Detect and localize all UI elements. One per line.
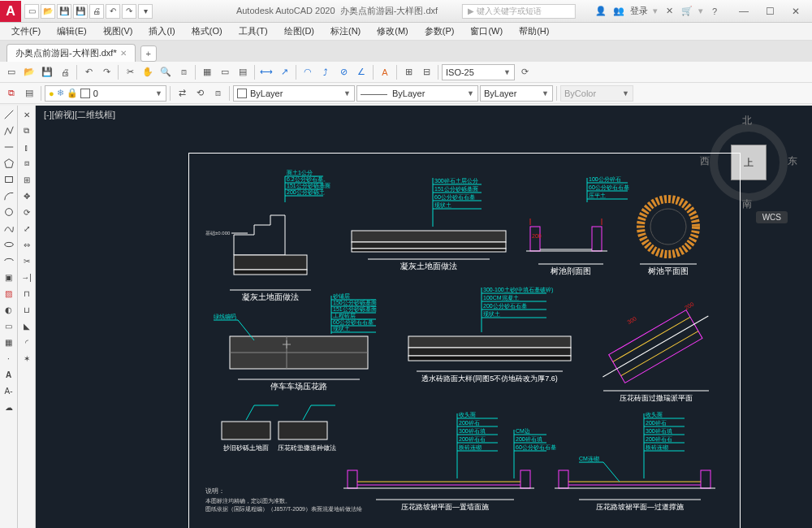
join-icon[interactable]: ⊔ <box>19 302 34 317</box>
ellipse-icon[interactable] <box>2 237 16 252</box>
close-button[interactable]: ✕ <box>784 6 807 17</box>
new-tab-button[interactable]: + <box>140 45 157 62</box>
dim-angle-icon[interactable]: ∠ <box>353 64 369 80</box>
gradient-icon[interactable]: ◐ <box>2 302 16 317</box>
extend-icon[interactable]: →| <box>19 270 34 284</box>
trim-icon[interactable]: ✂ <box>19 253 34 268</box>
menu-tools[interactable]: 工具(T) <box>231 24 276 39</box>
save-file-icon[interactable]: 💾 <box>39 64 55 80</box>
redo-btn-icon[interactable]: ↷ <box>98 64 114 80</box>
array-icon[interactable]: ⊞ <box>19 172 34 187</box>
layer-match-icon[interactable]: ⇄ <box>174 85 190 102</box>
insert-icon[interactable]: ▣ <box>2 270 16 284</box>
menu-dimension[interactable]: 标注(N) <box>322 24 369 39</box>
mtext-icon[interactable]: A- <box>2 383 16 398</box>
polyline-icon[interactable] <box>2 123 16 138</box>
new-file-icon[interactable]: ▭ <box>3 64 19 80</box>
layer-combo[interactable]: ● ❄ 🔒 0 ▼ <box>45 85 166 102</box>
user2-icon[interactable]: 👥 <box>612 5 625 18</box>
minimize-button[interactable]: — <box>732 6 755 17</box>
lineweight-combo[interactable]: ByLayer ▼ <box>480 85 553 102</box>
dim-update-icon[interactable]: ⟳ <box>516 64 533 80</box>
menu-draw[interactable]: 绘图(D) <box>276 24 322 39</box>
sheet-icon[interactable]: ▭ <box>217 64 233 80</box>
new-icon[interactable]: ▭ <box>24 4 39 19</box>
dim-baseline-icon[interactable]: ⊟ <box>418 64 434 80</box>
menu-file[interactable]: 文件(F) <box>3 24 49 39</box>
app-logo[interactable]: A <box>0 1 21 22</box>
fillet-icon[interactable]: ◜ <box>19 335 34 349</box>
menu-param[interactable]: 参数(P) <box>417 24 463 39</box>
text-icon[interactable]: A <box>2 367 16 382</box>
cart-icon[interactable]: 🛒 <box>680 5 693 18</box>
save-icon[interactable]: 💾 <box>57 4 71 19</box>
linetype-combo[interactable]: ——— ByLayer ▼ <box>356 85 478 102</box>
wcs-badge[interactable]: WCS <box>756 211 788 223</box>
exchange-icon[interactable]: ✕ <box>663 5 676 18</box>
layer-states-icon[interactable]: ▤ <box>21 85 37 102</box>
compass-east[interactable]: 东 <box>788 154 797 168</box>
layer-iso-icon[interactable]: ⧈ <box>209 85 226 102</box>
file-tab[interactable]: 办奥点前游园-大样图.dxf* ✕ <box>6 44 136 62</box>
plot-icon[interactable]: 🖨 <box>57 64 73 80</box>
undo-icon[interactable]: ↶ <box>106 4 120 19</box>
menu-format[interactable]: 格式(O) <box>184 24 231 39</box>
dim-aligned-icon[interactable]: ↗ <box>276 64 292 80</box>
calc-icon[interactable]: ▤ <box>235 64 251 80</box>
ellipse-arc-icon[interactable] <box>2 253 16 268</box>
chamfer-icon[interactable]: ◣ <box>19 318 34 333</box>
point-icon[interactable]: · <box>2 351 16 366</box>
help-icon[interactable]: ? <box>708 5 721 18</box>
table-icon[interactable]: ▦ <box>2 335 16 349</box>
dim-leader-icon[interactable]: A <box>377 64 393 80</box>
zoom-icon[interactable]: 🔍 <box>158 64 174 80</box>
explode-icon[interactable]: ✶ <box>19 351 34 366</box>
dim-diameter-icon[interactable]: ⊘ <box>335 64 352 80</box>
menu-insert[interactable]: 插入(I) <box>140 24 183 39</box>
user-icon[interactable]: 👤 <box>594 5 607 18</box>
compass-south[interactable]: 南 <box>742 197 752 211</box>
hatch-icon[interactable]: ▨ <box>2 286 16 301</box>
saveas-icon[interactable]: 💾 <box>73 4 88 19</box>
color-combo[interactable]: ByLayer ▼ <box>233 85 355 102</box>
layer-prev-icon[interactable]: ⟲ <box>192 85 208 102</box>
rotate-icon[interactable]: ⟳ <box>19 205 34 219</box>
ray-icon[interactable] <box>2 140 16 154</box>
move-icon[interactable]: ✥ <box>19 188 34 203</box>
dim-arc-icon[interactable]: ◠ <box>300 64 316 80</box>
login-link[interactable]: 登录 <box>630 5 648 17</box>
revision-cloud-icon[interactable]: ☁ <box>2 400 16 414</box>
plotstyle-combo[interactable]: ByColor ▼ <box>560 85 633 102</box>
layer-manager-icon[interactable]: ⧉ <box>3 85 19 102</box>
tab-close-icon[interactable]: ✕ <box>120 49 127 58</box>
maximize-button[interactable]: ☐ <box>758 6 781 17</box>
properties-icon[interactable]: ▦ <box>199 64 215 80</box>
menu-edit[interactable]: 编辑(E) <box>49 24 95 39</box>
print-icon[interactable]: 🖨 <box>89 4 104 19</box>
polygon-icon[interactable] <box>2 156 16 171</box>
dim-continue-icon[interactable]: ⊞ <box>400 64 417 80</box>
copy-icon[interactable]: ⧉ <box>19 123 34 138</box>
cut-icon[interactable]: ✂ <box>122 64 138 80</box>
region-icon[interactable]: ▭ <box>2 318 16 333</box>
menu-help[interactable]: 帮助(H) <box>511 24 557 39</box>
menu-view[interactable]: 视图(V) <box>95 24 141 39</box>
break-icon[interactable]: ⊓ <box>19 286 34 301</box>
offset-icon[interactable]: ⧈ <box>19 156 34 171</box>
erase-icon[interactable]: ✕ <box>19 107 34 122</box>
drawing-canvas[interactable]: [-][俯视][二维线框] 上 北 南 西 东 WCS 基础±0.000 <box>36 106 812 528</box>
compass-north[interactable]: 北 <box>742 114 752 128</box>
circle-icon[interactable] <box>2 205 16 219</box>
mirror-icon[interactable]: ⫿ <box>19 140 34 154</box>
viewport-label[interactable]: [-][俯视][二维线框] <box>44 109 115 121</box>
dim-linear-icon[interactable]: ⟷ <box>258 64 274 80</box>
menu-modify[interactable]: 修改(M) <box>369 24 417 39</box>
undo-btn-icon[interactable]: ↶ <box>80 64 97 80</box>
arc-icon[interactable] <box>2 188 16 203</box>
scale-icon[interactable]: ⤢ <box>19 221 34 236</box>
rectangle-icon[interactable] <box>2 172 16 187</box>
dimstyle-combo[interactable]: ISO-25 ▼ <box>442 64 515 80</box>
stretch-icon[interactable]: ⇔ <box>19 237 34 252</box>
open-icon[interactable]: 📂 <box>41 4 55 19</box>
menu-window[interactable]: 窗口(W) <box>462 24 511 39</box>
